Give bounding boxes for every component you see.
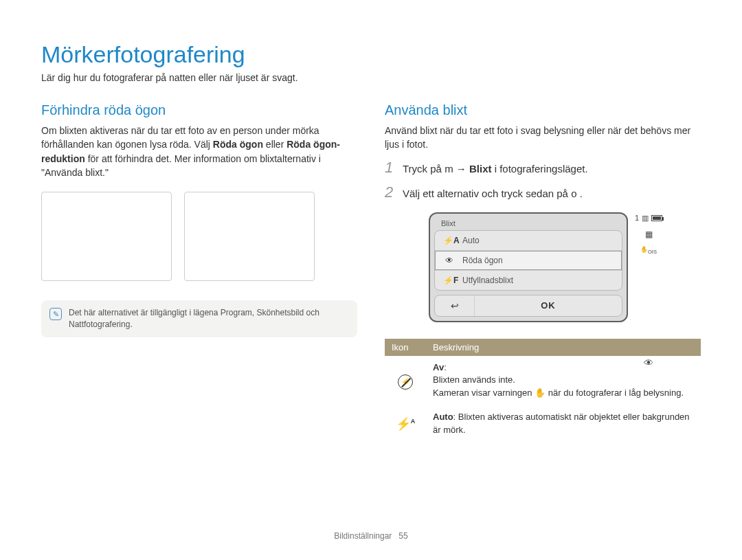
col-icon: Ikon [385, 339, 426, 356]
flash-option-label: Auto [462, 236, 480, 245]
red-eye-indicator-icon: 👁 [644, 357, 653, 368]
heading-use-flash: Använda blixt [385, 102, 701, 118]
text: i fotograferingsläget. [495, 163, 588, 175]
camera-panel: Blixt ⚡A Auto 👁 Röda ögon ⚡F Utfyllnads [429, 212, 628, 322]
arrow: → [456, 163, 469, 175]
content-columns: Förhindra röda ögon Om blixten aktiveras… [41, 102, 701, 443]
shot-count: 1 [635, 214, 639, 222]
text: . [580, 188, 583, 199]
sample-image-2 [184, 192, 315, 281]
flash-menu-list: ⚡A Auto 👁 Röda ögon ⚡F Utfyllnadsblixt [434, 230, 622, 291]
step-number: 2 [385, 183, 396, 201]
shake-warning-icon: ✋ [535, 387, 546, 400]
camera-status-sidebar: 1 ▥ ▦ ✋OIS 👁 [635, 214, 662, 369]
camera-bottom-bar: ↩ OK [434, 295, 622, 317]
ois-icon: ✋OIS [640, 246, 657, 255]
desc-line: Kameran visar varningen [433, 388, 535, 398]
desc-line: Blixten aktiveras automatiskt när objekt… [433, 412, 690, 435]
note-text: Det här alternativet är tillgängligt i l… [69, 307, 349, 331]
menu-key-icon: m [445, 163, 453, 175]
description-cell: Auto: Blixten aktiveras automatiskt när … [426, 405, 701, 443]
flash-option-fill[interactable]: ⚡F Utfyllnadsblixt [435, 271, 622, 290]
right-column: Använda blixt Använd blixt när du tar et… [385, 102, 701, 443]
flash-option-auto[interactable]: ⚡A Auto [435, 231, 622, 251]
text: Tryck på [403, 163, 445, 175]
footer-section: Bildinställningar [334, 531, 392, 541]
eye-icon: 👁 [443, 256, 456, 265]
note-icon: ✎ [49, 308, 62, 320]
desc-line: Blixten används inte. [433, 374, 515, 385]
text: Välj ett alternativ och tryck sedan på [403, 188, 571, 199]
camera-panel-title: Blixt [434, 218, 622, 230]
heading-red-eye: Förhindra röda ögon [41, 102, 357, 118]
page-footer: Bildinställningar 55 [0, 531, 742, 541]
left-column: Förhindra röda ögon Om blixten aktiveras… [41, 102, 357, 443]
footer-page-number: 55 [398, 531, 407, 541]
back-button[interactable]: ↩ [435, 295, 475, 316]
note-box: ✎ Det här alternativet är tillgängligt i… [41, 300, 357, 337]
battery-icon [651, 215, 662, 221]
flash-fill-icon: ⚡F [443, 276, 456, 285]
camera-screen: Blixt ⚡A Auto 👁 Röda ögon ⚡F Utfyllnads [429, 212, 662, 322]
step-1: 1 Tryck på m → Blixt i fotograferingsläg… [385, 159, 701, 177]
flash-option-label: Utfyllnadsblixt [462, 276, 513, 285]
desc-line: när du fotograferar i låg belysning. [548, 388, 684, 398]
table-row: ⚡A Auto: Blixten aktiveras automatiskt n… [385, 405, 701, 443]
step-text: Tryck på m → Blixt i fotograferingsläget… [403, 163, 588, 175]
red-eye-paragraph: Om blixten aktiveras när du tar ett foto… [41, 124, 357, 179]
step-text: Välj ett alternativ och tryck sedan på o… [403, 188, 583, 199]
flash-option-red-eye[interactable]: 👁 Röda ögon [435, 251, 622, 271]
manual-page: Mörkerfotografering Lär dig hur du fotog… [0, 0, 742, 463]
status-top-row: 1 ▥ [635, 214, 662, 223]
ok-button[interactable]: OK [475, 295, 622, 316]
menu-item-flash: Blixt [469, 163, 492, 175]
flash-auto-icon: ⚡A [385, 405, 426, 443]
text: eller [266, 139, 286, 150]
page-subtitle: Lär dig hur du fotograferar på natten el… [41, 72, 701, 83]
use-flash-intro: Använd blixt när du tar ett foto i svag … [385, 124, 701, 152]
ok-key-icon: o [571, 188, 576, 199]
card-icon: ▥ [642, 214, 649, 223]
step-number: 1 [385, 159, 396, 177]
page-title: Mörkerfotografering [41, 41, 701, 68]
sample-images-row [41, 192, 357, 281]
exposure-icon: ▦ [645, 229, 653, 239]
flash-option-label: Röda ögon [462, 256, 503, 265]
sample-image-1 [41, 192, 172, 281]
option-name: Auto [433, 412, 453, 422]
option-red-eye: Röda ögon [213, 139, 263, 150]
step-2: 2 Välj ett alternativ och tryck sedan på… [385, 183, 701, 201]
flash-off-icon: ⚡ [385, 356, 426, 406]
option-name: Av [433, 362, 444, 372]
flash-auto-icon: ⚡A [443, 236, 456, 245]
